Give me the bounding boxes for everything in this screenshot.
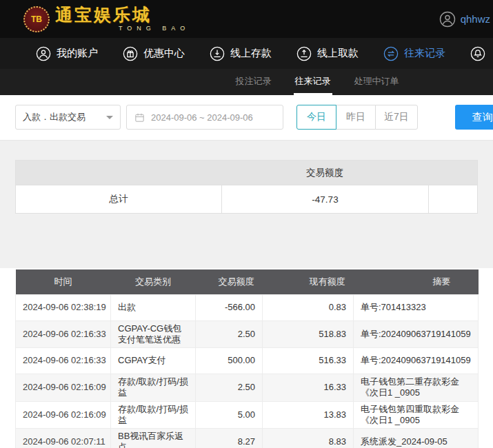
nav-label: 我的账户 xyxy=(57,47,98,60)
table-header-row: 时间 交易类别 交易额度 现有额度 摘要 xyxy=(16,269,479,294)
cell-amount: 2.50 xyxy=(196,374,263,402)
username: qhhwz xyxy=(461,13,490,25)
chevron-down-icon xyxy=(106,116,113,119)
cell-balance: 16.33 xyxy=(263,374,354,402)
cell-summary: 电子钱包第二重存款彩金《次日1 _0905 xyxy=(354,374,479,402)
nav-item-my-account[interactable]: 我的账户 xyxy=(23,46,110,61)
summary-header-empty xyxy=(16,161,221,185)
account-icon xyxy=(36,46,51,61)
summary-total-label: 总计 xyxy=(16,185,221,213)
summary-total-row: 总计 -47.73 xyxy=(16,185,477,213)
nav-label: 往来记录 xyxy=(404,47,445,60)
logo-coin-icon: TB xyxy=(23,6,50,32)
cell-amount: -566.00 xyxy=(196,294,263,320)
main-nav: 我的账户 优惠中心 线上存款 线上取款 往来记录 xyxy=(0,38,493,69)
table-row: 2024-09-06 02:16:09 存款/取款/打码/损益 2.50 16.… xyxy=(16,374,479,402)
cell-time: 2024-09-06 02:16:33 xyxy=(16,348,111,374)
table-row: 2024-09-06 02:16:33 CGPAY支付 500.00 516.3… xyxy=(16,348,479,374)
calendar-icon xyxy=(134,112,145,123)
gift-icon xyxy=(123,46,138,61)
today-button[interactable]: 今日 xyxy=(296,105,336,130)
table-row: 2024-09-06 02:07:11 BB视讯百家乐返点 8.27 8.83 … xyxy=(16,429,479,448)
cell-type: CGPAY支付 xyxy=(111,348,196,374)
last-7-days-button[interactable]: 近7日 xyxy=(375,105,418,130)
select-value: 入款．出款交易 xyxy=(23,111,85,123)
cell-balance: 13.83 xyxy=(263,401,354,429)
transactions-table: 时间 交易类别 交易额度 现有额度 摘要 2024-09-06 02:38:19… xyxy=(15,269,479,448)
cell-summary: 单号:701413323 xyxy=(354,294,479,320)
top-bar: TB 通宝娱乐城 TONG BAO qhhwz xyxy=(0,0,493,38)
summary-header-label: 交易额度 xyxy=(221,161,428,185)
user-icon xyxy=(439,11,456,28)
nav-label: 线上存款 xyxy=(230,47,272,60)
records-icon xyxy=(383,46,399,61)
bell-icon xyxy=(470,46,485,61)
quick-date-buttons: 今日 昨日 近7日 xyxy=(296,105,418,130)
date-range-value: 2024-09-06 ~ 2024-09-06 xyxy=(151,112,253,123)
cell-time: 2024-09-06 02:16:09 xyxy=(16,401,111,429)
page: TB 通宝娱乐城 TONG BAO qhhwz 我的账户 xyxy=(0,0,493,448)
cell-amount: 2.50 xyxy=(196,320,263,348)
summary-section: 交易额度 总计 -47.73 xyxy=(0,141,493,268)
cell-time: 2024-09-06 02:07:11 xyxy=(16,429,111,448)
record-tabs: 投注记录 往来记录 处理中订单 xyxy=(0,69,493,95)
tab-processing-orders[interactable]: 处理中订单 xyxy=(353,69,401,95)
cell-balance: 0.83 xyxy=(263,294,354,320)
deposit-icon xyxy=(210,46,225,61)
withdraw-icon xyxy=(296,46,312,61)
cell-amount: 8.27 xyxy=(196,429,263,448)
cell-summary: 系统派发_2024-09-05 xyxy=(354,429,479,448)
tab-betting-records[interactable]: 投注记录 xyxy=(234,69,273,95)
col-header-type: 交易类别 xyxy=(111,269,196,294)
tab-label: 投注记录 xyxy=(236,75,272,88)
cell-balance: 8.83 xyxy=(263,429,354,448)
cell-time: 2024-09-06 02:38:19 xyxy=(16,294,111,320)
table-row: 2024-09-06 02:38:19 出款 -566.00 0.83 单号:7… xyxy=(16,294,479,320)
nav-label: 线上取款 xyxy=(317,47,359,60)
cell-time: 2024-09-06 02:16:09 xyxy=(16,374,111,402)
logo-text: 通宝娱乐城 TONG BAO xyxy=(55,6,190,32)
tab-label: 往来记录 xyxy=(295,75,331,88)
nav-item-deposit[interactable]: 线上存款 xyxy=(197,46,284,61)
nav-item-withdraw[interactable]: 线上取款 xyxy=(284,46,371,61)
cell-summary: 单号:202409063719141059 xyxy=(354,320,479,348)
col-header-balance: 现有额度 xyxy=(263,269,354,294)
user-account-link[interactable]: qhhwz xyxy=(439,11,490,28)
cell-type: 出款 xyxy=(111,294,196,320)
cell-balance: 516.33 xyxy=(263,348,354,374)
cell-type: 存款/取款/打码/损益 xyxy=(111,401,196,429)
cell-summary: 单号:202409063719141059 xyxy=(354,348,479,374)
nav-item-notifications[interactable] xyxy=(458,46,493,61)
nav-item-records[interactable]: 往来记录 xyxy=(371,46,458,61)
cell-balance: 518.83 xyxy=(263,320,354,348)
summary-header-empty xyxy=(428,161,477,185)
nav-label: 优惠中心 xyxy=(143,47,185,60)
table-row: 2024-09-06 02:16:09 存款/取款/打码/损益 5.00 13.… xyxy=(16,401,479,429)
filter-bar: 入款．出款交易 2024-09-06 ~ 2024-09-06 今日 昨日 近7… xyxy=(0,95,493,141)
date-range-picker[interactable]: 2024-09-06 ~ 2024-09-06 xyxy=(126,105,283,130)
tab-transaction-records[interactable]: 往来记录 xyxy=(294,69,332,95)
transactions-section: 时间 交易类别 交易额度 现有额度 摘要 2024-09-06 02:38:19… xyxy=(0,268,493,448)
table-row: 2024-09-06 02:16:33 CGPAY-CG钱包支付笔笔送优惠 2.… xyxy=(16,320,479,348)
nav-item-promotions[interactable]: 优惠中心 xyxy=(110,46,197,61)
cell-type: CGPAY-CG钱包支付笔笔送优惠 xyxy=(111,320,196,348)
logo-title: 通宝娱乐城 xyxy=(55,6,190,23)
col-header-time: 时间 xyxy=(16,269,111,294)
summary-header-row: 交易额度 xyxy=(16,161,477,185)
logo-coin-badge: TB xyxy=(31,14,42,24)
yesterday-button[interactable]: 昨日 xyxy=(336,105,376,130)
cell-amount: 500.00 xyxy=(196,348,263,374)
summary-total-empty xyxy=(428,185,477,213)
search-button[interactable]: 查询 xyxy=(455,105,493,130)
site-logo[interactable]: TB 通宝娱乐城 TONG BAO xyxy=(23,6,190,32)
transaction-type-select[interactable]: 入款．出款交易 xyxy=(15,105,121,130)
cell-type: BB视讯百家乐返点 xyxy=(111,429,196,448)
cell-amount: 5.00 xyxy=(196,401,263,429)
col-header-amount: 交易额度 xyxy=(196,269,263,294)
cell-summary: 电子钱包第四重取款彩金《次日1 _0905 xyxy=(354,401,479,429)
col-header-summary: 摘要 xyxy=(354,269,479,294)
summary-total-value: -47.73 xyxy=(221,185,428,213)
cell-time: 2024-09-06 02:16:33 xyxy=(16,320,111,348)
logo-subtitle: TONG BAO xyxy=(119,25,190,32)
cell-type: 存款/取款/打码/损益 xyxy=(111,374,196,402)
